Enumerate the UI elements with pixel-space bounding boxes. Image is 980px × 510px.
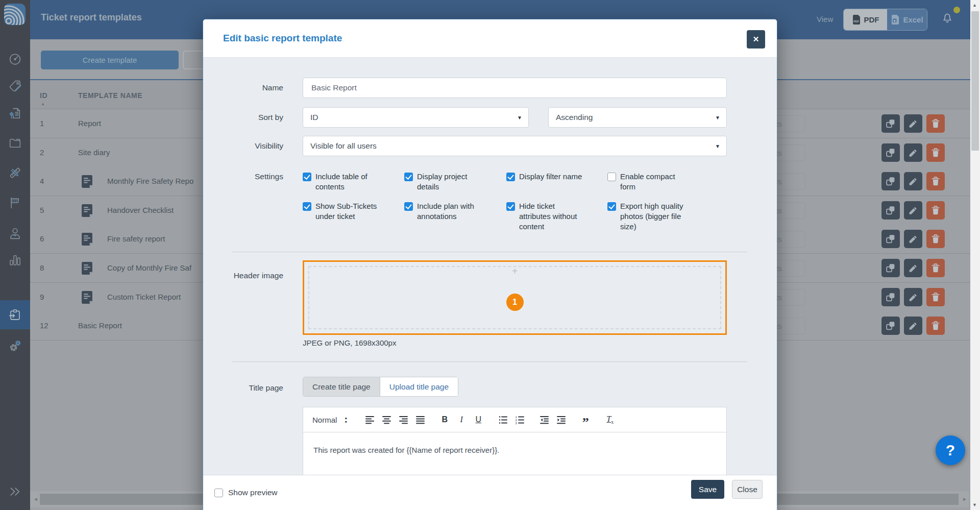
setting-item[interactable]: Hide ticket attributes without content	[506, 201, 607, 232]
setting-item[interactable]: Include table of contents	[303, 172, 404, 192]
duplicate-button[interactable]	[881, 114, 900, 133]
setting-item[interactable]: Include plan with annotations	[404, 201, 506, 232]
indent-icon[interactable]	[554, 413, 568, 426]
duplicate-button[interactable]	[881, 201, 900, 220]
sidebar-item-document-hammer[interactable]	[0, 99, 30, 128]
help-button[interactable]: ?	[936, 435, 965, 465]
sort-by-select[interactable]: ID ▼	[303, 107, 529, 128]
align-right-icon[interactable]	[397, 413, 410, 426]
checked-checkbox[interactable]	[303, 202, 311, 211]
sidebar-item-gears[interactable]	[0, 331, 30, 360]
unchecked-checkbox[interactable]	[607, 173, 616, 181]
delete-button[interactable]	[926, 230, 945, 248]
pdf-toggle-button[interactable]: PDF PDF	[844, 9, 887, 30]
checked-checkbox[interactable]	[404, 173, 413, 181]
pencil-icon	[908, 176, 919, 187]
delete-button[interactable]	[926, 172, 945, 190]
sidebar-item-ruler-pencil[interactable]	[0, 158, 30, 187]
delete-button[interactable]	[926, 317, 945, 335]
sidebar-item-flag[interactable]	[0, 188, 30, 217]
sort-order-select[interactable]: Ascending ▼	[548, 107, 727, 128]
outdent-icon[interactable]	[537, 413, 551, 426]
edit-button[interactable]	[904, 114, 922, 133]
notifications-bell-icon[interactable]	[941, 11, 954, 25]
duplicate-button[interactable]	[881, 230, 900, 248]
blockquote-icon[interactable]: ”	[579, 413, 592, 426]
close-icon[interactable]: ✕	[747, 30, 765, 48]
setting-item[interactable]: Show Sub-Tickets under ticket	[303, 201, 404, 232]
sidebar-item-clipboard-export[interactable]	[0, 300, 30, 329]
delete-button[interactable]	[926, 259, 945, 277]
setting-item[interactable]: Enable compact form	[607, 172, 727, 192]
sidebar-item-tag[interactable]	[0, 71, 30, 100]
duplicate-button[interactable]	[881, 317, 900, 335]
setting-item[interactable]: Display filter name	[506, 172, 607, 192]
show-preview-control[interactable]: Show preview	[214, 488, 278, 497]
edit-button[interactable]	[904, 230, 922, 248]
close-button[interactable]: Close	[732, 480, 763, 499]
scroll-up-arrow-icon[interactable]: ▲	[972, 3, 977, 8]
edit-button[interactable]	[904, 288, 922, 306]
checked-checkbox[interactable]	[506, 173, 515, 181]
duplicate-button[interactable]	[881, 259, 900, 277]
bold-icon[interactable]: B	[438, 413, 451, 426]
sidebar-item-gauge[interactable]	[0, 44, 30, 73]
sidebar-item-bar-chart[interactable]	[0, 246, 30, 274]
tab-create-title-page[interactable]: Create title page	[303, 377, 380, 396]
create-template-button[interactable]: Create template	[41, 51, 179, 69]
delete-button[interactable]	[926, 114, 945, 133]
clear-formatting-icon[interactable]: Tx	[603, 413, 617, 426]
scroll-right-arrow-icon[interactable]: ►	[962, 496, 967, 502]
sidebar-item-user[interactable]	[0, 219, 30, 248]
column-header-id[interactable]: ID	[40, 91, 47, 100]
trash-icon	[930, 292, 941, 303]
template-name: Basic Report	[78, 321, 122, 330]
duplicate-button[interactable]	[881, 288, 900, 306]
edit-button[interactable]	[904, 143, 922, 162]
app-logo-icon[interactable]	[4, 4, 26, 25]
duplicate-button[interactable]	[881, 172, 900, 190]
excel-toggle-button[interactable]: x Excel	[887, 9, 927, 30]
column-header-template-name[interactable]: TEMPLATE NAME	[78, 91, 142, 100]
align-center-icon[interactable]	[380, 413, 393, 426]
sidebar-expand-button[interactable]	[0, 477, 30, 506]
italic-icon[interactable]: I	[455, 413, 468, 426]
setting-item[interactable]: Display project details	[404, 172, 506, 192]
show-preview-checkbox[interactable]	[214, 489, 223, 497]
edit-button[interactable]	[904, 172, 922, 190]
edit-button[interactable]	[904, 317, 922, 335]
delete-button[interactable]	[926, 201, 945, 220]
header-image-dropzone[interactable]: + 1	[303, 260, 727, 335]
sort-by-label: Sort by	[203, 112, 283, 123]
scroll-down-arrow-icon[interactable]: ▼	[972, 502, 977, 507]
vertical-scrollbar[interactable]: ▲ ▼	[970, 0, 980, 510]
scroll-left-arrow-icon[interactable]: ◄	[33, 496, 38, 502]
align-justify-icon[interactable]	[413, 413, 427, 426]
pdf-file-icon: PDF	[852, 14, 862, 25]
format-select[interactable]: Normal ▲▼	[312, 416, 348, 424]
checked-checkbox[interactable]	[404, 202, 413, 211]
delete-button[interactable]	[926, 288, 945, 306]
list-ordered-icon[interactable]: 123	[513, 413, 526, 426]
sort-asc-icon: ▲	[41, 102, 45, 106]
checked-checkbox[interactable]	[607, 202, 616, 211]
save-button[interactable]: Save	[691, 480, 724, 499]
list-bullet-icon[interactable]	[496, 413, 509, 426]
pencil-icon	[908, 233, 919, 245]
align-left-icon[interactable]	[363, 413, 376, 426]
setting-item[interactable]: Export high quality photos (bigger file …	[607, 201, 727, 232]
duplicate-button[interactable]	[881, 143, 900, 162]
delete-button[interactable]	[926, 143, 945, 162]
checked-checkbox[interactable]	[506, 202, 515, 211]
vertical-scrollbar-thumb[interactable]	[971, 11, 979, 151]
copy-icon	[885, 262, 896, 274]
editor-content[interactable]: This report was created for {{Name of re…	[303, 432, 727, 475]
edit-button[interactable]	[904, 201, 922, 220]
tab-upload-title-page[interactable]: Upload title page	[380, 377, 458, 396]
edit-button[interactable]	[904, 259, 922, 277]
sidebar-item-folder[interactable]	[0, 129, 30, 157]
checked-checkbox[interactable]	[303, 173, 311, 181]
visibility-select[interactable]: Visible for all users ▼	[303, 136, 727, 156]
name-input[interactable]: Basic Report	[303, 78, 727, 98]
underline-icon[interactable]: U	[472, 413, 485, 426]
